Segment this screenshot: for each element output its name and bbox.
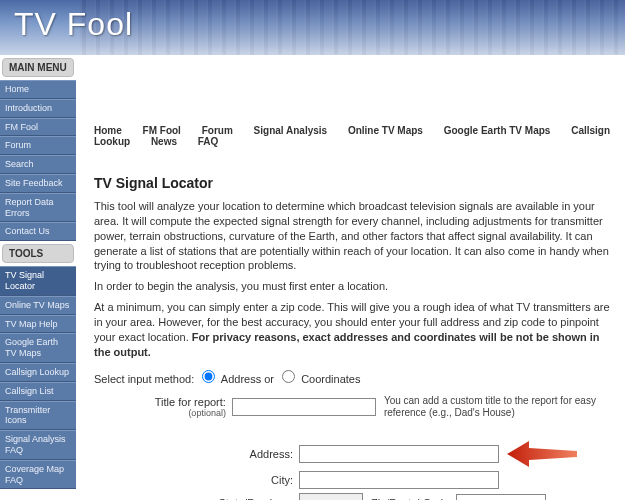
top-nav: Home FM Fool Forum Signal Analysis Onlin… xyxy=(94,119,613,161)
intro-p3: At a minimum, you can simply enter a zip… xyxy=(94,300,613,359)
sidebar-item-forum[interactable]: Forum xyxy=(0,136,76,155)
page-title: TV Signal Locator xyxy=(94,175,613,191)
radio-coords[interactable] xyxy=(282,370,295,383)
select-method-label: Select input method: xyxy=(94,373,194,385)
title-optional: (optional) xyxy=(94,408,226,418)
sidebar-item-callsign-lookup[interactable]: Callsign Lookup xyxy=(0,363,76,382)
nav-faq[interactable]: FAQ xyxy=(198,136,219,147)
input-method-row: Select input method: Address or Coordina… xyxy=(94,367,613,385)
nav-news[interactable]: News xyxy=(151,136,177,147)
arrow-icon xyxy=(507,441,577,467)
nav-home[interactable]: Home xyxy=(94,125,122,136)
nav-forum[interactable]: Forum xyxy=(202,125,233,136)
zip-input[interactable] xyxy=(456,494,546,500)
sidebar-item-transmitter-icons[interactable]: Transmitter Icons xyxy=(0,401,76,431)
address-input[interactable] xyxy=(299,445,499,463)
sidebar-item-fm-fool[interactable]: FM Fool xyxy=(0,118,76,137)
sidebar-item-site-feedback[interactable]: Site Feedback xyxy=(0,174,76,193)
radio-coords-label: Coordinates xyxy=(301,373,360,385)
nav-signal-analysis[interactable]: Signal Analysis xyxy=(254,125,328,136)
sidebar-item-callsign-list[interactable]: Callsign List xyxy=(0,382,76,401)
radio-address-label: Address or xyxy=(221,373,274,385)
sidebar-tools-header: TOOLS xyxy=(2,244,74,263)
title-hint: You can add a custom title to the report… xyxy=(384,395,613,419)
title-input[interactable] xyxy=(232,398,376,416)
sidebar-item-online-tv-maps[interactable]: Online TV Maps xyxy=(0,296,76,315)
sidebar-item-signal-faq[interactable]: Signal Analysis FAQ xyxy=(0,430,76,460)
sidebar: MAIN MENU Home Introduction FM Fool Foru… xyxy=(0,55,76,489)
sidebar-item-introduction[interactable]: Introduction xyxy=(0,99,76,118)
intro-p2: In order to begin the analysis, you must… xyxy=(94,279,613,294)
site-title: TV Fool xyxy=(0,0,625,43)
address-label: Address: xyxy=(250,448,293,460)
sidebar-item-google-earth-maps[interactable]: Google Earth TV Maps xyxy=(0,333,76,363)
state-select[interactable] xyxy=(299,493,363,500)
sidebar-item-contact[interactable]: Contact Us xyxy=(0,222,76,241)
nav-google-earth-maps[interactable]: Google Earth TV Maps xyxy=(444,125,551,136)
nav-online-tv-maps[interactable]: Online TV Maps xyxy=(348,125,423,136)
sidebar-item-coverage-faq[interactable]: Coverage Map FAQ xyxy=(0,460,76,490)
radio-address[interactable] xyxy=(202,370,215,383)
city-label: City: xyxy=(271,474,293,486)
sidebar-item-search[interactable]: Search xyxy=(0,155,76,174)
main-content: Home FM Fool Forum Signal Analysis Onlin… xyxy=(76,55,625,500)
intro-p1: This tool will analyze your location to … xyxy=(94,199,613,273)
sidebar-item-report-errors[interactable]: Report Data Errors xyxy=(0,193,76,223)
header-banner: TV Fool xyxy=(0,0,625,55)
title-label: Title for report: xyxy=(155,396,226,408)
intro-text: This tool will analyze your location to … xyxy=(94,199,613,359)
sidebar-main-header: MAIN MENU xyxy=(2,58,74,77)
city-input[interactable] xyxy=(299,471,499,489)
sidebar-item-tv-signal-locator[interactable]: TV Signal Locator xyxy=(0,266,76,296)
nav-fm-fool[interactable]: FM Fool xyxy=(143,125,181,136)
sidebar-item-tv-map-help[interactable]: TV Map Help xyxy=(0,315,76,334)
sidebar-item-home[interactable]: Home xyxy=(0,80,76,99)
